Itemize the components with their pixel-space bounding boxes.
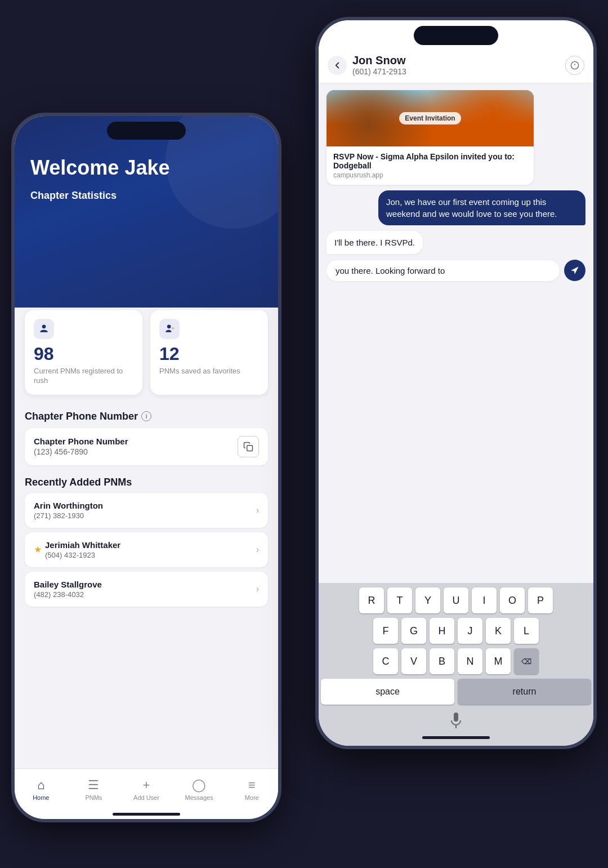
nav-home[interactable]: ⌂ Home [15,769,68,810]
nav-more-label: More [245,794,259,801]
phone2-notch [414,26,498,45]
chat-body: Event Invitation RSVP Now - Sigma Alpha … [319,83,593,288]
back-arrow-icon [332,60,342,70]
stat-desc-favorites: PNMs saved as favorites [159,367,259,376]
kb-key-b[interactable]: B [430,648,454,674]
phone1-screen: Welcome Jake Chapter Statistics 98 Curre… [15,116,278,819]
keyboard-area: R T Y U I O P F G H J K L [319,583,593,746]
event-title: RSVP Now - Sigma Alpha Epsilon invited y… [333,152,527,170]
kb-key-y[interactable]: Y [415,587,440,613]
kb-key-f[interactable]: F [373,618,398,644]
kb-key-u[interactable]: U [444,587,468,613]
kb-key-i[interactable]: I [472,587,497,613]
kb-row-2: F G H J K L [321,618,591,644]
send-icon [570,266,579,275]
pnm-phone-0: (271) 382-1930 [34,511,103,520]
kb-key-t[interactable]: T [387,587,412,613]
nav-pnms[interactable]: ☰ PNMs [68,769,120,810]
nav-add-user[interactable]: + Add User [120,769,173,810]
recently-added-title: Recently Added PNMs [25,477,268,488]
kb-key-k[interactable]: K [486,618,511,644]
kb-key-g[interactable]: G [401,618,426,644]
nav-pnms-label: PNMs [85,794,102,801]
add-user-icon: + [143,778,150,793]
kb-key-c[interactable]: C [373,648,398,674]
phone1-device: Welcome Jake Chapter Statistics 98 Curre… [11,113,281,822]
compose-row: you there. Looking forward to [327,260,585,281]
contact-info-button[interactable] [565,56,584,75]
phone-info-icon[interactable]: i [141,411,151,421]
phone-number-value: (123) 456-7890 [34,447,128,456]
person-star-icon: ★ [159,319,180,339]
phone-number-label: Chapter Phone Number [34,437,128,446]
pnm-name-1: Jerimiah Whittaker [45,540,120,550]
kb-key-m[interactable]: M [486,648,511,674]
copy-button[interactable] [238,436,259,457]
mic-icon [449,711,463,729]
stat-number-favorites: 12 [159,344,259,364]
kb-space-key[interactable]: space [321,679,454,705]
pnm-item-1[interactable]: ★ Jerimiah Whittaker (504) 432-1923 › [25,532,268,567]
svg-rect-3 [247,446,253,451]
stats-row: 98 Current PNMs registered to rush ★ 12 … [15,302,278,403]
info-icon [570,61,579,70]
chevron-icon-1: › [256,545,259,555]
contact-phone: (601) 471-2913 [352,67,565,76]
person-star-svg: ★ [164,323,175,335]
event-invitation-card[interactable]: Event Invitation RSVP Now - Sigma Alpha … [327,90,534,185]
kb-key-h[interactable]: H [430,618,454,644]
kb-key-o[interactable]: O [500,587,525,613]
message-received-0: I'll be there. I RSVPd. [327,231,423,254]
send-button[interactable] [564,260,585,281]
contact-name: Jon Snow [352,54,565,67]
kb-row-1: R T Y U I O P [321,587,591,613]
event-badge: Event Invitation [399,112,461,124]
person-svg [38,323,50,335]
stat-desc-pnms: Current PNMs registered to rush [34,367,133,386]
pnms-icon: ☰ [88,778,99,793]
nav-more[interactable]: ≡ More [225,769,278,810]
kb-mic-row [321,709,591,733]
mic-button[interactable] [449,711,463,732]
chevron-icon-2: › [256,584,259,594]
pnm-phone-2: (482) 238-4032 [34,590,102,599]
phone1-notch [107,122,186,140]
kb-key-p[interactable]: P [528,587,553,613]
event-link: campusrush.app [333,171,527,179]
kb-bottom-row: space return [321,679,591,705]
kb-return-key[interactable]: return [458,679,591,705]
recently-added-section: Recently Added PNMs Arin Worthington (27… [15,469,278,610]
pnm-item-0[interactable]: Arin Worthington (271) 382-1930 › [25,493,268,528]
phone2-screen: Jon Snow (601) 471-2913 Event Invitation… [319,20,593,746]
star-icon-1: ★ [34,544,42,555]
back-button[interactable] [328,56,347,75]
phone-number-card: Chapter Phone Number (123) 456-7890 [25,428,268,465]
pnm-name-2: Bailey Stallgrove [34,580,102,589]
pnm-name-0: Arin Worthington [34,501,103,510]
keyboard: R T Y U I O P F G H J K L [319,583,593,746]
nav-messages[interactable]: ◯ Messages [173,769,226,810]
phone-section-title: Chapter Phone Number i [25,411,268,422]
home-icon: ⌂ [37,778,44,793]
nav-home-label: Home [33,794,49,801]
kb-key-v[interactable]: V [401,648,426,674]
message-sent-0: Jon, we have our first event coming up t… [378,190,585,225]
pnm-item-2[interactable]: Bailey Stallgrove (482) 238-4032 › [25,572,268,607]
kb-key-n[interactable]: N [458,648,482,674]
phone-number-section: Chapter Phone Number i Chapter Phone Num… [15,403,278,469]
stat-card-pnms[interactable]: 98 Current PNMs registered to rush [25,310,142,395]
nav-messages-label: Messages [185,794,213,801]
compose-preview[interactable]: you there. Looking forward to [327,260,560,281]
svg-point-0 [42,325,46,329]
pnm-phone-1: (504) 432-1923 [45,551,120,559]
kb-key-j[interactable]: J [458,618,482,644]
svg-text:★: ★ [171,326,175,330]
phone2-device: Jon Snow (601) 471-2913 Event Invitation… [315,17,597,749]
copy-icon [243,442,253,452]
stat-card-favorites[interactable]: ★ 12 PNMs saved as favorites [150,310,268,395]
kb-key-l[interactable]: L [514,618,539,644]
kb-delete-key[interactable]: ⌫ [514,648,539,674]
kb-key-r[interactable]: R [359,587,384,613]
chat-contact-info: Jon Snow (601) 471-2913 [352,54,565,76]
bottom-nav: ⌂ Home ☰ PNMs + Add User ◯ Messages ≡ [15,768,278,819]
